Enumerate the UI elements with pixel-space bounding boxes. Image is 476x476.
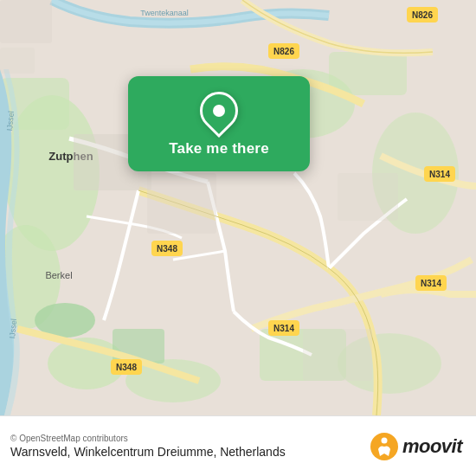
svg-text:N826: N826 — [273, 47, 294, 56]
svg-text:N314: N314 — [429, 170, 450, 179]
moovit-logo: moovit — [370, 432, 462, 461]
attribution-text: © OpenStreetMap contributors — [10, 434, 286, 443]
moovit-text: moovit — [402, 435, 462, 458]
svg-text:N826: N826 — [412, 10, 433, 20]
map-popup[interactable]: Take me there — [128, 76, 310, 171]
location-pin — [192, 84, 246, 138]
svg-text:Berkel: Berkel — [45, 270, 72, 280]
map-container: N826 N826 N314 N314 N314 N348 N348 Zutph… — [0, 0, 476, 415]
svg-text:IJssel: IJssel — [5, 111, 16, 132]
svg-rect-7 — [329, 52, 407, 95]
svg-rect-33 — [147, 173, 216, 234]
svg-rect-36 — [338, 173, 398, 221]
svg-text:N348: N348 — [116, 363, 137, 372]
svg-text:N348: N348 — [157, 244, 177, 254]
svg-text:N314: N314 — [421, 279, 441, 288]
svg-point-39 — [381, 437, 387, 443]
location-text: Warnsveld, Winkelcentrum Dreiumme, Nethe… — [10, 445, 286, 459]
svg-rect-35 — [0, 48, 35, 74]
pin-dot — [213, 105, 225, 117]
map-svg: N826 N826 N314 N314 N314 N348 N348 Zutph… — [0, 0, 476, 415]
bottom-info: © OpenStreetMap contributors Warnsveld, … — [10, 434, 286, 459]
svg-text:IJssel: IJssel — [8, 318, 18, 339]
svg-rect-37 — [303, 329, 372, 381]
svg-rect-34 — [0, 0, 52, 43]
moovit-icon — [370, 432, 399, 461]
svg-text:Twentekanaal: Twentekanaal — [140, 9, 189, 17]
svg-text:N314: N314 — [273, 324, 294, 333]
popup-label: Take me there — [169, 140, 269, 158]
bottom-bar: © OpenStreetMap contributors Warnsveld, … — [0, 415, 476, 476]
